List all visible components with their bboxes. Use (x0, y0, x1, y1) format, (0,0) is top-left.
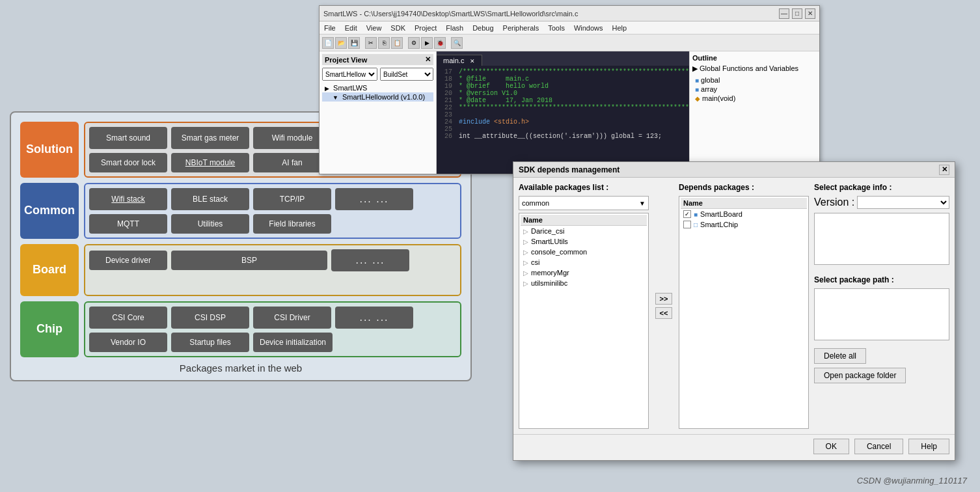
pkg-utilities[interactable]: Utilities (171, 214, 249, 234)
smartlws-tree-item[interactable]: ▶ SmartLWS (322, 83, 433, 92)
menu-help[interactable]: Help (610, 24, 629, 32)
dialog-close-button[interactable]: ✕ (939, 165, 949, 175)
pkg-common-more[interactable]: ... ... (335, 188, 413, 210)
code-content: /***************************************… (456, 68, 689, 140)
helloworld-tree-item[interactable]: ▼ SmartLHelloworld (v1.0.0) (322, 92, 433, 102)
package-info-col: Select package info : Version : Select p… (814, 183, 949, 429)
dep-item-smartlchip[interactable]: □ SmartLChip (681, 219, 807, 230)
packages-dropdown[interactable]: common ▼ (519, 196, 649, 210)
menu-tools[interactable]: Tools (546, 24, 567, 32)
menu-sdk[interactable]: SDK (388, 24, 407, 32)
toolbar-debug-icon[interactable]: 🐞 (434, 37, 446, 49)
pkg-item-memorymgr[interactable]: ▷ memoryMgr (521, 267, 647, 278)
toolbar-open-icon[interactable]: 📂 (335, 37, 347, 49)
package-info-textbox[interactable] (814, 213, 949, 265)
pkg-chip-more[interactable]: ... ... (335, 307, 413, 329)
pkg-item-console-common[interactable]: ▷ console_common (521, 247, 647, 257)
chip-layer: Chip CSI Core CSI DSP CSI Driver ... ...… (20, 301, 461, 357)
outline-item-global[interactable]: ■ global (692, 75, 817, 85)
cancel-button[interactable]: Cancel (854, 439, 903, 454)
pkg-smart-gas-meter[interactable]: Smart gas meter (171, 127, 249, 149)
pkg-device-driver[interactable]: Device driver (89, 251, 167, 270)
diagram-caption: Packages market in the web (20, 362, 461, 374)
open-folder-button[interactable]: Open package folder (814, 368, 906, 383)
variable-icon: ■ (695, 77, 699, 84)
editor-tab-main[interactable]: main.c ✕ (437, 55, 482, 66)
toolbar-run-icon[interactable]: ▶ (421, 37, 433, 49)
menu-peripherals[interactable]: Peripherals (501, 24, 541, 32)
pkg-item-darice[interactable]: ▷ Darice_csi (521, 226, 647, 236)
minimize-button[interactable]: — (779, 8, 789, 19)
ok-button[interactable]: OK (813, 439, 849, 454)
delete-all-button[interactable]: Delete all (814, 348, 866, 364)
dialog-titlebar: SDK depends management ✕ (513, 162, 955, 178)
remove-dependency-button[interactable]: << (655, 307, 673, 319)
pkg-ble-stack[interactable]: BLE stack (171, 188, 249, 210)
close-button[interactable]: ✕ (805, 8, 815, 19)
common-layer: Common Wifi stack BLE stack TCP/IP ... .… (20, 183, 461, 239)
menu-windows[interactable]: Windows (572, 24, 605, 32)
pkg-bsp[interactable]: BSP (171, 251, 327, 270)
line-numbers: 1718192021 2223242526 (437, 68, 456, 140)
menu-edit[interactable]: Edit (343, 24, 359, 32)
project-dropdown[interactable]: SmartLHellow (322, 68, 377, 81)
pkg-nbiot-module[interactable]: NBIoT module (171, 153, 249, 172)
toolbar-search-icon[interactable]: 🔍 (451, 37, 463, 49)
pkg-item-utilsminilibc[interactable]: ▷ utilsminilibc (521, 278, 647, 288)
pkg-vendor-io[interactable]: Vendor IO (89, 333, 167, 352)
dialog-action-buttons: OK Cancel Help (513, 434, 955, 458)
dep-icon-smartlboard: ■ (694, 211, 698, 218)
tab-close-icon[interactable]: ✕ (470, 58, 475, 64)
toolbar-paste-icon[interactable]: 📋 (391, 37, 403, 49)
toolbar-copy-icon[interactable]: ⎘ (378, 37, 390, 49)
menu-debug[interactable]: Debug (470, 24, 495, 32)
menu-project[interactable]: Project (413, 24, 439, 32)
package-path-textbox[interactable] (814, 288, 949, 340)
pkg-smart-sound[interactable]: Smart sound (89, 127, 167, 149)
ide-outline: Outline ▶ Global Functions and Variables… (689, 51, 819, 174)
add-dependency-button[interactable]: >> (655, 293, 673, 305)
pkg-arrow-icon-4: ▷ (523, 259, 528, 266)
pkg-device-init[interactable]: Device initialization (253, 333, 333, 352)
toolbar-save-icon[interactable]: 💾 (348, 37, 360, 49)
pkg-item-smartlutils[interactable]: ▷ SmartLUtils (521, 236, 647, 247)
dep-icon-smartlchip: □ (694, 221, 698, 228)
pkg-csi-driver[interactable]: CSI Driver (253, 307, 331, 329)
ide-sidebar: Project View ✕ SmartLHellow BuildSet ▶ S… (320, 51, 437, 174)
ide-menubar: File Edit View SDK Project Flash Debug P… (320, 21, 819, 34)
pkg-tcp-ip[interactable]: TCP/IP (253, 188, 331, 210)
pkg-field-libraries[interactable]: Field libraries (253, 214, 331, 234)
pkg-arrow-icon-6: ▷ (523, 280, 528, 287)
help-button[interactable]: Help (908, 439, 949, 454)
select-path-label: Select package path : (814, 275, 949, 284)
version-dropdown[interactable] (857, 196, 949, 209)
pkg-csi-core[interactable]: CSI Core (89, 307, 167, 329)
pkg-item-csi[interactable]: ▷ csi (521, 257, 647, 267)
sdk-dialog: SDK depends management ✕ Available packa… (513, 161, 955, 461)
pkg-board-more[interactable]: ... ... (331, 249, 409, 271)
menu-file[interactable]: File (322, 24, 338, 32)
buildset-dropdown[interactable]: BuildSet (380, 68, 433, 81)
pkg-csi-dsp[interactable]: CSI DSP (171, 307, 249, 329)
toolbar-cut-icon[interactable]: ✂ (365, 37, 377, 49)
pkg-smart-door-lock[interactable]: Smart door lock (89, 153, 167, 172)
outline-item-main[interactable]: ◆ main(void) (692, 94, 817, 103)
ide-titlebar: SmartLWS - C:\Users\jj194740\Desktop\Sma… (320, 6, 819, 21)
toolbar-new-icon[interactable]: 📄 (322, 37, 334, 49)
pkg-arrow-icon-3: ▷ (523, 249, 528, 256)
dep-checkbox-smartlchip[interactable] (683, 221, 691, 228)
menu-view[interactable]: View (364, 24, 384, 32)
toolbar-build-icon[interactable]: ⚙ (408, 37, 420, 49)
menu-flash[interactable]: Flash (444, 24, 465, 32)
pkg-mqtt[interactable]: MQTT (89, 214, 167, 234)
dep-checkbox-smartlboard[interactable]: ✓ (683, 210, 691, 218)
maximize-button[interactable]: □ (792, 8, 802, 19)
ide-toolbar: 📄 📂 💾 ✂ ⎘ 📋 ⚙ ▶ 🐞 🔍 (320, 34, 819, 51)
pkg-wifi-stack[interactable]: Wifi stack (89, 188, 167, 210)
outline-item-array[interactable]: ■ array (692, 85, 817, 94)
select-info-label: Select package info : (814, 183, 949, 192)
project-view-header: Project View ✕ (322, 54, 433, 65)
outline-header: Outline (692, 54, 817, 62)
pkg-startup-files[interactable]: Startup files (171, 333, 249, 352)
dep-item-smartlboard[interactable]: ✓ ■ SmartLBoard (681, 209, 807, 219)
